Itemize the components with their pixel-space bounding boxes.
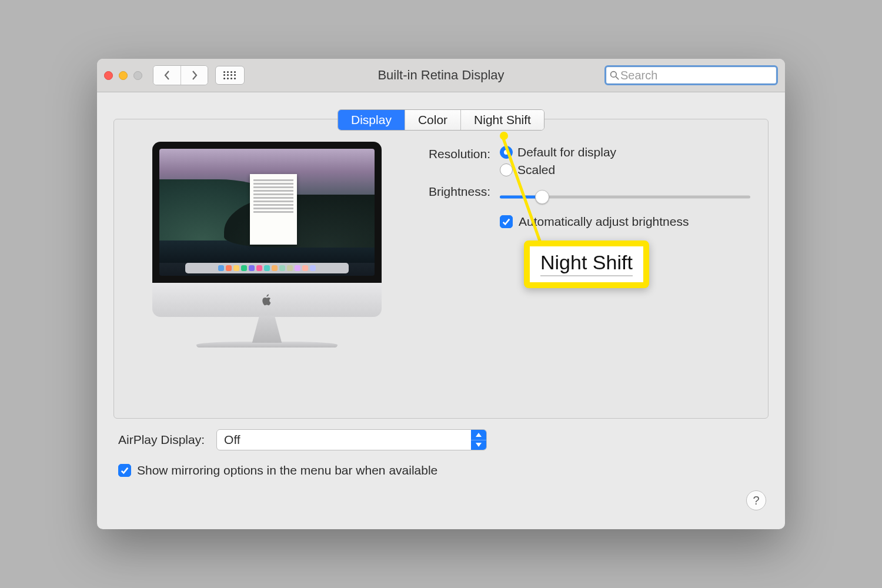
forward-button[interactable] <box>181 66 208 85</box>
select-stepper-icon <box>471 430 486 450</box>
svg-marker-2 <box>476 433 482 437</box>
brightness-label: Brightness: <box>414 183 490 199</box>
nav-group <box>153 65 208 85</box>
svg-point-0 <box>611 72 617 78</box>
callout-night-shift: Night Shift <box>524 240 649 288</box>
tab-display[interactable]: Display <box>338 110 405 130</box>
resolution-label: Resolution: <box>414 145 490 161</box>
airplay-label: AirPlay Display: <box>118 433 205 447</box>
checkbox-icon <box>118 464 131 477</box>
airplay-select[interactable]: Off <box>216 429 487 450</box>
close-button[interactable] <box>104 71 113 80</box>
checkbox-label: Show mirroring options in the menu bar w… <box>137 463 437 477</box>
preferences-window: Built-in Retina Display Display Color Ni… <box>97 59 785 529</box>
titlebar: Built-in Retina Display <box>97 59 785 92</box>
tab-control: Display Color Night Shift <box>338 109 544 131</box>
svg-line-1 <box>616 76 619 79</box>
traffic-lights <box>104 71 142 80</box>
apple-logo-icon <box>260 293 273 306</box>
tab-color[interactable]: Color <box>405 110 460 130</box>
checkbox-icon <box>500 215 513 228</box>
callout-text: Night Shift <box>540 251 633 276</box>
chevron-left-icon <box>163 71 171 80</box>
airplay-value: Off <box>224 433 240 447</box>
search-input[interactable] <box>620 69 773 82</box>
svg-marker-3 <box>476 443 482 447</box>
imac-illustration <box>152 142 382 348</box>
brightness-slider[interactable] <box>500 190 750 204</box>
slider-thumb[interactable] <box>535 190 549 204</box>
help-button[interactable]: ? <box>746 490 766 510</box>
show-mirroring-option[interactable]: Show mirroring options in the menu bar w… <box>118 463 764 477</box>
display-preview <box>138 142 396 418</box>
radio-label: Scaled <box>517 163 555 177</box>
search-icon <box>610 71 619 80</box>
show-all-button[interactable] <box>215 66 245 85</box>
chevron-right-icon <box>191 71 199 80</box>
help-symbol: ? <box>753 494 759 507</box>
bottom-section: AirPlay Display: Off Show mirroring opti… <box>97 419 785 477</box>
resolution-scaled-option[interactable]: Scaled <box>500 163 750 177</box>
radio-label: Default for display <box>517 145 616 159</box>
zoom-button[interactable] <box>133 71 142 80</box>
tab-night-shift[interactable]: Night Shift <box>460 110 544 130</box>
back-button[interactable] <box>153 66 181 85</box>
checkbox-label: Automatically adjust brightness <box>519 215 689 229</box>
content-panel: Display Color Night Shift <box>113 119 769 419</box>
resolution-default-option[interactable]: Default for display <box>500 145 750 159</box>
minimize-button[interactable] <box>119 71 128 80</box>
grid-icon <box>223 71 236 79</box>
search-field[interactable] <box>604 65 778 85</box>
auto-brightness-option[interactable]: Automatically adjust brightness <box>500 215 750 229</box>
